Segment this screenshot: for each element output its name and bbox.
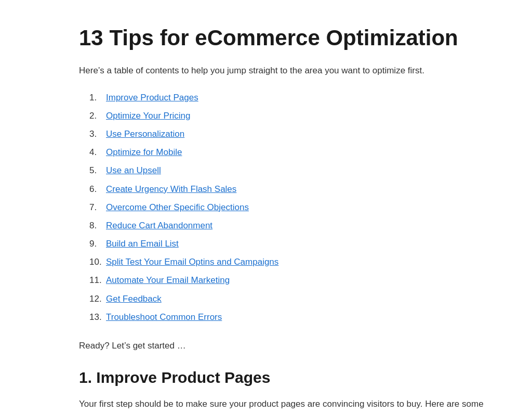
ready-text: Ready? Let’s get started …	[79, 339, 484, 353]
toc-link[interactable]: Troubleshoot Common Errors	[106, 310, 222, 324]
toc-item: 5.Use an Upsell	[89, 163, 484, 177]
toc-link[interactable]: Automate Your Email Marketing	[106, 273, 230, 287]
toc-link[interactable]: Use an Upsell	[106, 163, 161, 177]
section-1-text: Your first step should be to make sure y…	[79, 397, 484, 413]
toc-number: 3.	[89, 127, 106, 141]
toc-number: 12.	[89, 292, 106, 306]
toc-number: 13.	[89, 310, 106, 324]
toc-number: 7.	[89, 200, 106, 214]
section-1-title: 1. Improve Product Pages	[79, 367, 484, 388]
toc-item: 7.Overcome Other Specific Objections	[89, 200, 484, 214]
toc-item: 12.Get Feedback	[89, 292, 484, 306]
toc-item: 1.Improve Product Pages	[89, 91, 484, 105]
page-container: 13 Tips for eCommerce Optimization Here’…	[27, 0, 505, 413]
toc-link[interactable]: Improve Product Pages	[106, 91, 198, 105]
toc-link[interactable]: Get Feedback	[106, 292, 162, 306]
toc-item: 3.Use Personalization	[89, 127, 484, 141]
toc-number: 1.	[89, 91, 106, 105]
toc-item: 13.Troubleshoot Common Errors	[89, 310, 484, 324]
toc-number: 5.	[89, 163, 106, 177]
toc-link[interactable]: Optimize Your Pricing	[106, 109, 191, 123]
toc-link[interactable]: Optimize for Mobile	[106, 145, 182, 159]
toc-item: 10.Split Test Your Email Optins and Camp…	[89, 255, 484, 269]
toc-link[interactable]: Split Test Your Email Optins and Campaig…	[106, 255, 278, 269]
toc-item: 2.Optimize Your Pricing	[89, 109, 484, 123]
intro-text: Here’s a table of contents to help you j…	[79, 63, 484, 78]
toc-item: 9.Build an Email List	[89, 237, 484, 251]
toc-number: 10.	[89, 255, 106, 269]
toc-link[interactable]: Overcome Other Specific Objections	[106, 200, 249, 214]
toc-link[interactable]: Build an Email List	[106, 237, 179, 251]
main-title: 13 Tips for eCommerce Optimization	[79, 25, 484, 51]
toc-item: 8.Reduce Cart Abandonment	[89, 218, 484, 233]
toc-item: 6.Create Urgency With Flash Sales	[89, 182, 484, 196]
toc-number: 2.	[89, 109, 106, 123]
toc-number: 4.	[89, 145, 106, 159]
toc-link[interactable]: Use Personalization	[106, 127, 184, 141]
toc-item: 11.Automate Your Email Marketing	[89, 273, 484, 287]
toc-number: 9.	[89, 237, 106, 251]
toc-link[interactable]: Create Urgency With Flash Sales	[106, 182, 236, 196]
toc-item: 4.Optimize for Mobile	[89, 145, 484, 159]
toc-number: 8.	[89, 218, 106, 233]
toc-link[interactable]: Reduce Cart Abandonment	[106, 218, 212, 233]
toc-number: 11.	[89, 273, 106, 287]
toc-number: 6.	[89, 182, 106, 196]
table-of-contents: 1.Improve Product Pages2.Optimize Your P…	[89, 91, 484, 324]
